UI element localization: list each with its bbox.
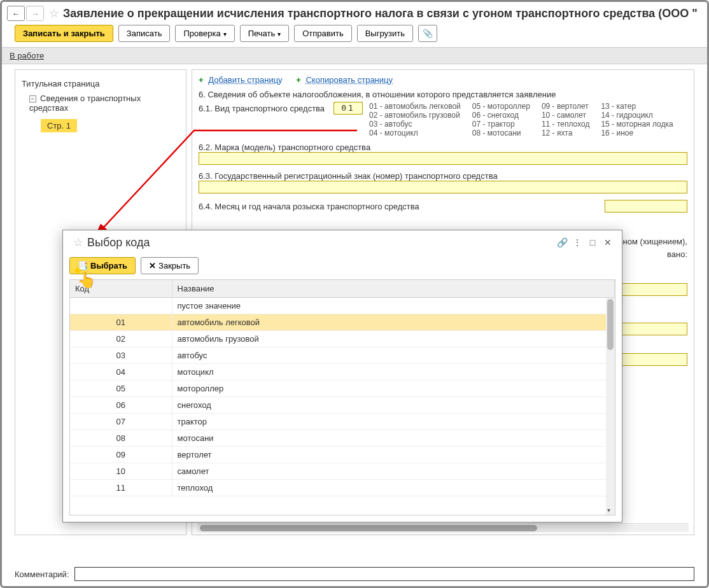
code-cell: 10 bbox=[70, 463, 172, 480]
favorite-star-icon[interactable]: ☆ bbox=[49, 6, 59, 20]
name-cell: мотоцикл bbox=[172, 364, 615, 381]
code-cell: 05 bbox=[70, 381, 172, 397]
send-button[interactable]: Отправить bbox=[294, 25, 351, 42]
table-row[interactable]: 03автобус bbox=[70, 347, 615, 364]
status-link[interactable]: В работе bbox=[10, 51, 44, 60]
select-icon: 📑 bbox=[78, 261, 88, 270]
code-table: Код Название пустое значение01автомобиль… bbox=[70, 280, 615, 496]
search-start-date-input[interactable] bbox=[605, 200, 687, 213]
vehicle-model-input[interactable] bbox=[199, 152, 687, 165]
section-61-label: 6.1. Вид транспортного средства bbox=[199, 104, 325, 113]
code-cell: 02 bbox=[70, 331, 172, 347]
col-code-header[interactable]: Код bbox=[70, 280, 172, 298]
dialog-title: Выбор кода bbox=[87, 236, 554, 249]
table-row[interactable]: 06снегоход bbox=[70, 397, 615, 414]
table-row[interactable]: 04мотоцикл bbox=[70, 364, 615, 381]
table-row[interactable]: 05мотороллер bbox=[70, 381, 615, 397]
link-icon[interactable]: 🔗 bbox=[554, 237, 570, 248]
code-cell: 06 bbox=[70, 397, 172, 414]
upload-button[interactable]: Выгрузить bbox=[357, 25, 413, 42]
table-row[interactable]: 10самолет bbox=[70, 463, 615, 480]
code-cell: 03 bbox=[70, 347, 172, 364]
sidebar-item-title-page[interactable]: Титульная страница bbox=[22, 76, 179, 91]
table-row[interactable]: 08мотосани bbox=[70, 430, 615, 447]
vehicle-type-legend-item: 10 - самолет bbox=[542, 111, 590, 120]
code-cell: 08 bbox=[70, 430, 172, 447]
sidebar-page-1[interactable]: Стр. 1 bbox=[41, 119, 77, 132]
name-cell: вертолет bbox=[172, 447, 615, 463]
collapse-icon[interactable]: − bbox=[29, 95, 36, 102]
dialog-select-button[interactable]: 📑 Выбрать bbox=[69, 257, 136, 274]
section-63-label: 6.3. Государственный регистрационный зна… bbox=[199, 171, 687, 181]
favorite-star-icon[interactable]: ☆ bbox=[73, 235, 83, 249]
name-cell: мотороллер bbox=[172, 381, 615, 397]
table-row[interactable]: 09вертолет bbox=[70, 447, 615, 463]
plus-icon: + bbox=[199, 75, 204, 85]
name-cell: автомобиль легковой bbox=[172, 314, 615, 331]
vehicle-type-legend-item: 08 - мотосани bbox=[472, 129, 530, 137]
table-row[interactable]: 01автомобиль легковой bbox=[70, 314, 615, 331]
col-name-header[interactable]: Название bbox=[172, 280, 615, 298]
more-icon[interactable]: ⋮ bbox=[570, 237, 585, 248]
arrow-left-icon: ← bbox=[12, 9, 20, 18]
vehicle-type-legend-item: 16 - иное bbox=[601, 129, 673, 137]
sidebar-item-vehicles[interactable]: −Сведения о транспортных средствах bbox=[22, 91, 179, 115]
save-button[interactable]: Записать bbox=[118, 25, 171, 42]
vehicle-type-legend-item: 03 - автобус bbox=[369, 120, 461, 129]
partial-text-1: гоном (хищением), bbox=[615, 235, 687, 248]
code-select-dialog: ☆ Выбор кода 🔗 ⋮ □ ✕ 📑 Выбрать ✕ Закрыть… bbox=[62, 230, 622, 522]
dialog-close-button[interactable]: ✕ Закрыть bbox=[141, 257, 199, 274]
vehicle-type-legend-item: 15 - моторная лодка bbox=[601, 120, 673, 129]
scroll-down-icon: ▾ bbox=[607, 507, 610, 514]
nav-back-button[interactable]: ← bbox=[7, 6, 25, 21]
table-row[interactable]: 02автомобиль грузовой bbox=[70, 331, 615, 347]
vehicle-type-legend-item: 14 - гидроцикл bbox=[601, 111, 673, 120]
partial-text-2: вано: bbox=[615, 248, 687, 261]
name-cell: автомобиль грузовой bbox=[172, 331, 615, 347]
code-cell: 01 bbox=[70, 314, 172, 331]
vehicle-type-legend-item: 11 - теплоход bbox=[542, 120, 590, 129]
main-hscroll[interactable] bbox=[197, 523, 689, 532]
vehicle-type-legend-item: 01 - автомобиль легковой bbox=[369, 102, 461, 111]
name-cell: снегоход bbox=[172, 397, 615, 414]
copy-page-link[interactable]: Скопировать страницу bbox=[305, 75, 393, 85]
vehicle-type-legend-item: 02 - автомобиль грузовой bbox=[369, 111, 461, 120]
attach-button[interactable]: 📎 bbox=[418, 25, 437, 42]
paperclip-icon: 📎 bbox=[423, 29, 433, 38]
close-icon[interactable]: ✕ bbox=[600, 237, 615, 248]
table-row[interactable]: пустое значение bbox=[70, 298, 615, 314]
save-close-button[interactable]: Записать и закрыть bbox=[15, 25, 113, 42]
name-cell: мотосани bbox=[172, 430, 615, 447]
vehicle-type-code-input[interactable]: 01 bbox=[333, 102, 363, 115]
check-button[interactable]: Проверка bbox=[175, 25, 234, 42]
name-cell: пустое значение bbox=[172, 298, 615, 314]
comment-input[interactable] bbox=[74, 567, 695, 581]
arrow-right-icon: → bbox=[31, 9, 39, 18]
name-cell: теплоход bbox=[172, 480, 615, 496]
vehicle-types-legend: 01 - автомобиль легковой05 - мотороллер0… bbox=[369, 102, 673, 137]
dialog-vscroll[interactable]: ▾ bbox=[606, 298, 615, 515]
vehicle-type-legend-item: 07 - трактор bbox=[472, 120, 530, 129]
section-62-label: 6.2. Марка (модель) транспортного средст… bbox=[199, 143, 687, 152]
vehicle-type-legend-item: 12 - яхта bbox=[542, 129, 590, 137]
code-cell: 09 bbox=[70, 447, 172, 463]
vehicle-type-legend-item: 04 - мотоцикл bbox=[369, 129, 461, 137]
code-cell: 04 bbox=[70, 364, 172, 381]
add-page-link[interactable]: Добавить страницу bbox=[208, 75, 282, 85]
maximize-icon[interactable]: □ bbox=[585, 237, 600, 248]
plus-icon: + bbox=[296, 75, 301, 85]
code-cell: 07 bbox=[70, 414, 172, 430]
close-x-icon: ✕ bbox=[149, 261, 156, 270]
vehicle-regplate-input[interactable] bbox=[199, 181, 687, 193]
chevron-down-icon bbox=[223, 29, 227, 38]
nav-forward-button[interactable]: → bbox=[26, 6, 44, 21]
vehicle-type-legend-item: 05 - мотороллер bbox=[472, 102, 530, 111]
vehicle-type-legend-item: 06 - снегоход bbox=[472, 111, 530, 120]
code-cell bbox=[70, 298, 172, 314]
table-row[interactable]: 07трактор bbox=[70, 414, 615, 430]
name-cell: автобус bbox=[172, 347, 615, 364]
table-row[interactable]: 11теплоход bbox=[70, 480, 615, 496]
print-button[interactable]: Печать bbox=[240, 25, 290, 42]
name-cell: трактор bbox=[172, 414, 615, 430]
comment-label: Комментарий: bbox=[15, 570, 69, 579]
